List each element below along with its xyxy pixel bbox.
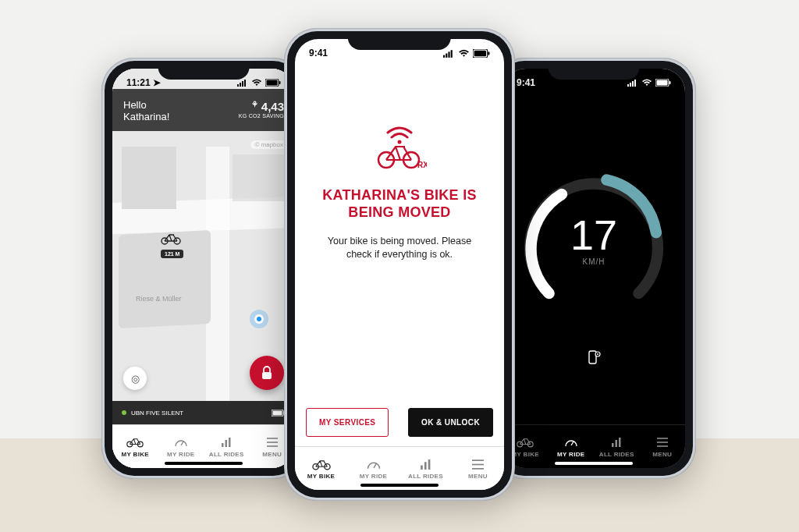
phone-left: Riese & Müller 11:21 ➤ Hello Katharina! bbox=[101, 58, 306, 479]
svg-rect-11 bbox=[273, 410, 282, 415]
svg-rect-25 bbox=[634, 80, 636, 87]
nav-label: MY BIKE bbox=[307, 473, 335, 480]
alert-message: Your bike is being moved. Please check i… bbox=[295, 235, 504, 261]
alert-title-line1: KATHARINA'S BIKE IS bbox=[322, 187, 477, 204]
bars-icon bbox=[221, 435, 232, 449]
nav-label: MY BIKE bbox=[122, 451, 149, 458]
my-services-button[interactable]: MY SERVICES bbox=[306, 408, 389, 437]
leaf-icon: ⚘ bbox=[251, 100, 258, 108]
screen-alert: 9:41 bbox=[295, 39, 504, 490]
nav-my-ride[interactable]: MY RIDE bbox=[347, 457, 400, 480]
svg-line-34 bbox=[571, 442, 574, 445]
location-arrow-icon: ➤ bbox=[153, 77, 161, 88]
signal-icon bbox=[237, 79, 248, 87]
svg-rect-22 bbox=[627, 84, 629, 87]
brand-rx-text: RX bbox=[417, 161, 427, 169]
signal-icon bbox=[627, 79, 638, 87]
bike-location-pin[interactable]: 121 M bbox=[161, 232, 183, 259]
status-time: 9:41 bbox=[309, 48, 328, 59]
svg-rect-27 bbox=[657, 80, 668, 86]
phone-location-icon[interactable] bbox=[585, 349, 602, 367]
svg-rect-29 bbox=[589, 351, 596, 364]
bike-signal-icon: RX bbox=[372, 125, 427, 172]
svg-line-15 bbox=[181, 442, 183, 445]
greeting-line1: Hello bbox=[123, 100, 169, 112]
bike-icon bbox=[517, 435, 534, 449]
bike-icon bbox=[312, 457, 331, 471]
gauge-icon bbox=[564, 435, 578, 449]
speedo-canvas: 9:41 bbox=[502, 69, 685, 468]
svg-rect-18 bbox=[229, 438, 231, 447]
svg-point-48 bbox=[398, 140, 402, 144]
alert-title-line2: BEING MOVED bbox=[322, 204, 477, 222]
gauge-icon bbox=[366, 457, 382, 471]
nav-all-rides[interactable]: ALL RIDES bbox=[204, 435, 250, 458]
svg-rect-35 bbox=[612, 443, 614, 447]
nav-label: ALL RIDES bbox=[209, 451, 244, 458]
phone-right: 9:41 bbox=[492, 58, 696, 479]
speed-gauge: 17 KM/H bbox=[514, 162, 674, 322]
co2-label: KG CO2 SAVING bbox=[239, 113, 284, 119]
bars-icon bbox=[611, 435, 622, 449]
svg-rect-16 bbox=[222, 443, 224, 447]
menu-icon bbox=[267, 435, 278, 449]
lock-button[interactable] bbox=[250, 356, 284, 390]
svg-rect-17 bbox=[225, 440, 228, 447]
user-location-dot bbox=[254, 314, 264, 324]
svg-rect-0 bbox=[237, 84, 239, 87]
nav-menu[interactable]: MENU bbox=[452, 457, 504, 480]
bike-status-bar[interactable]: UBN FIVE SILENT bbox=[112, 401, 295, 424]
bike-icon bbox=[161, 232, 181, 245]
greeting-line2: Katharina! bbox=[123, 112, 169, 123]
svg-rect-44 bbox=[451, 50, 453, 58]
nav-label: MENU bbox=[468, 473, 488, 480]
bike-distance-tag: 121 M bbox=[161, 250, 183, 258]
speed-unit: KM/H bbox=[583, 257, 605, 266]
screen-map: Riese & Müller 11:21 ➤ Hello Katharina! bbox=[112, 69, 295, 468]
home-indicator[interactable] bbox=[360, 484, 439, 487]
nav-my-bike[interactable]: MY BIKE bbox=[295, 457, 347, 480]
home-indicator[interactable] bbox=[555, 462, 633, 465]
nav-label: MENU bbox=[262, 451, 282, 458]
lock-icon bbox=[261, 366, 273, 380]
locate-me-button[interactable]: ◎ bbox=[123, 367, 147, 390]
svg-rect-41 bbox=[443, 55, 445, 57]
svg-rect-1 bbox=[240, 83, 241, 87]
ok-unlock-button[interactable]: OK & UNLOCK bbox=[408, 408, 493, 437]
svg-rect-36 bbox=[616, 440, 618, 447]
phone-center: 9:41 bbox=[284, 28, 515, 501]
svg-rect-2 bbox=[242, 81, 243, 87]
stage: Riese & Müller 11:21 ➤ Hello Katharina! bbox=[0, 0, 799, 532]
nav-my-ride[interactable]: MY RIDE bbox=[158, 435, 204, 458]
nav-menu[interactable]: MENU bbox=[640, 435, 686, 458]
signal-icon bbox=[443, 49, 455, 58]
svg-rect-6 bbox=[279, 81, 281, 84]
svg-line-53 bbox=[374, 463, 376, 467]
menu-icon bbox=[472, 457, 484, 471]
nav-all-rides[interactable]: ALL RIDES bbox=[594, 435, 640, 458]
status-right bbox=[443, 49, 490, 58]
svg-rect-23 bbox=[630, 83, 631, 87]
notch bbox=[158, 61, 250, 80]
svg-point-31 bbox=[597, 353, 598, 355]
screen-speedo: 9:41 bbox=[502, 69, 685, 468]
svg-rect-42 bbox=[446, 53, 447, 57]
wifi-icon bbox=[641, 79, 652, 87]
nav-my-ride[interactable]: MY RIDE bbox=[549, 435, 595, 458]
speed-value: 17 bbox=[570, 214, 617, 256]
bike-icon bbox=[126, 435, 144, 449]
nav-my-bike[interactable]: MY BIKE bbox=[112, 435, 158, 458]
nav-label: MY RIDE bbox=[167, 451, 194, 458]
status-time: 11:21 ➤ bbox=[126, 77, 161, 88]
status-dot-icon bbox=[122, 410, 126, 415]
home-indicator[interactable] bbox=[165, 462, 243, 465]
gauge-icon bbox=[174, 435, 188, 449]
battery-icon bbox=[655, 79, 671, 87]
battery-icon bbox=[473, 49, 490, 58]
svg-rect-9 bbox=[262, 372, 272, 379]
status-right bbox=[627, 79, 671, 87]
nav-all-rides[interactable]: ALL RIDES bbox=[400, 457, 452, 480]
map-poi-label: Riese & Müller bbox=[136, 295, 182, 303]
nav-label: ALL RIDES bbox=[599, 451, 634, 458]
bike-name: UBN FIVE SILENT bbox=[131, 410, 183, 417]
